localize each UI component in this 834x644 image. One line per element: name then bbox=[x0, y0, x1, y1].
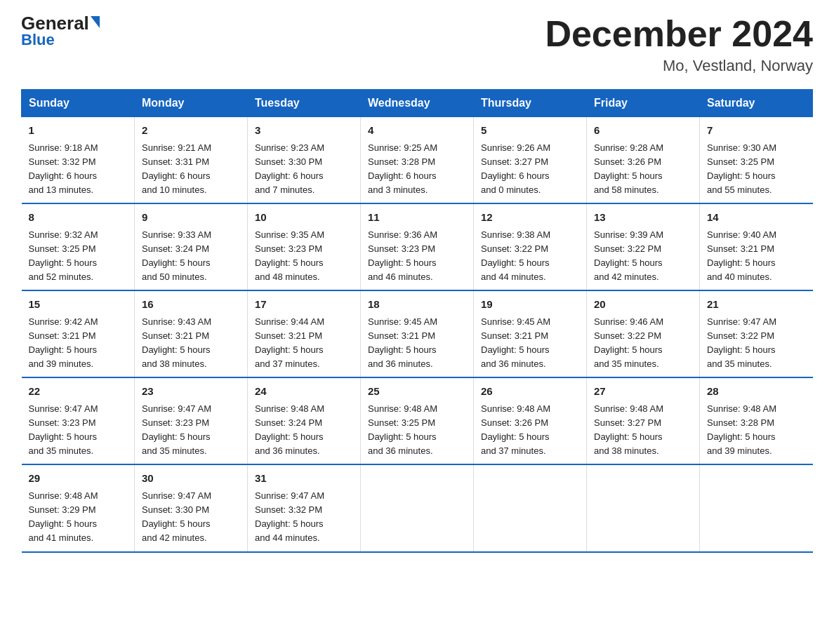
day-info: Sunrise: 9:36 AMSunset: 3:23 PMDaylight:… bbox=[368, 228, 466, 285]
day-number: 6 bbox=[594, 123, 692, 139]
calendar-cell: 10 Sunrise: 9:35 AMSunset: 3:23 PMDaylig… bbox=[248, 203, 361, 290]
calendar-cell: 15 Sunrise: 9:42 AMSunset: 3:21 PMDaylig… bbox=[22, 290, 135, 377]
day-number: 1 bbox=[29, 123, 128, 139]
calendar-cell: 17 Sunrise: 9:44 AMSunset: 3:21 PMDaylig… bbox=[248, 290, 361, 377]
calendar-cell: 6 Sunrise: 9:28 AMSunset: 3:26 PMDayligh… bbox=[587, 117, 700, 204]
calendar-cell: 7 Sunrise: 9:30 AMSunset: 3:25 PMDayligh… bbox=[700, 117, 813, 204]
day-info: Sunrise: 9:48 AMSunset: 3:29 PMDaylight:… bbox=[29, 489, 128, 546]
header-sunday: Sunday bbox=[22, 90, 135, 117]
calendar-cell bbox=[474, 464, 587, 551]
day-info: Sunrise: 9:48 AMSunset: 3:26 PMDaylight:… bbox=[481, 402, 579, 459]
day-number: 26 bbox=[481, 384, 579, 400]
calendar-cell: 29 Sunrise: 9:48 AMSunset: 3:29 PMDaylig… bbox=[22, 464, 135, 551]
calendar-week-4: 22 Sunrise: 9:47 AMSunset: 3:23 PMDaylig… bbox=[22, 377, 813, 464]
calendar-cell bbox=[361, 464, 474, 551]
logo-blue: Blue bbox=[21, 31, 55, 49]
calendar-week-5: 29 Sunrise: 9:48 AMSunset: 3:29 PMDaylig… bbox=[22, 464, 813, 551]
calendar-cell bbox=[587, 464, 700, 551]
day-number: 30 bbox=[142, 471, 240, 487]
day-number: 12 bbox=[481, 210, 579, 226]
day-info: Sunrise: 9:44 AMSunset: 3:21 PMDaylight:… bbox=[255, 315, 353, 372]
day-info: Sunrise: 9:21 AMSunset: 3:31 PMDaylight:… bbox=[142, 141, 240, 198]
day-info: Sunrise: 9:33 AMSunset: 3:24 PMDaylight:… bbox=[142, 228, 240, 285]
day-info: Sunrise: 9:48 AMSunset: 3:28 PMDaylight:… bbox=[707, 402, 806, 459]
day-number: 13 bbox=[594, 210, 692, 226]
day-number: 24 bbox=[255, 384, 353, 400]
day-info: Sunrise: 9:18 AMSunset: 3:32 PMDaylight:… bbox=[29, 141, 128, 198]
day-info: Sunrise: 9:48 AMSunset: 3:25 PMDaylight:… bbox=[368, 402, 466, 459]
day-info: Sunrise: 9:47 AMSunset: 3:22 PMDaylight:… bbox=[707, 315, 806, 372]
header-thursday: Thursday bbox=[474, 90, 587, 117]
header-tuesday: Tuesday bbox=[248, 90, 361, 117]
day-info: Sunrise: 9:46 AMSunset: 3:22 PMDaylight:… bbox=[594, 315, 692, 372]
header-wednesday: Wednesday bbox=[361, 90, 474, 117]
day-number: 21 bbox=[707, 297, 806, 313]
main-title: December 2024 bbox=[545, 14, 813, 54]
day-number: 28 bbox=[707, 384, 806, 400]
day-number: 4 bbox=[368, 123, 466, 139]
day-info: Sunrise: 9:43 AMSunset: 3:21 PMDaylight:… bbox=[142, 315, 240, 372]
day-number: 5 bbox=[481, 123, 579, 139]
calendar-cell: 21 Sunrise: 9:47 AMSunset: 3:22 PMDaylig… bbox=[700, 290, 813, 377]
day-info: Sunrise: 9:26 AMSunset: 3:27 PMDaylight:… bbox=[481, 141, 579, 198]
day-info: Sunrise: 9:47 AMSunset: 3:23 PMDaylight:… bbox=[142, 402, 240, 459]
calendar-week-3: 15 Sunrise: 9:42 AMSunset: 3:21 PMDaylig… bbox=[22, 290, 813, 377]
title-block: December 2024 Mo, Vestland, Norway bbox=[545, 14, 813, 75]
calendar-week-1: 1 Sunrise: 9:18 AMSunset: 3:32 PMDayligh… bbox=[22, 117, 813, 204]
header-friday: Friday bbox=[587, 90, 700, 117]
calendar-cell: 28 Sunrise: 9:48 AMSunset: 3:28 PMDaylig… bbox=[700, 377, 813, 464]
calendar-cell: 20 Sunrise: 9:46 AMSunset: 3:22 PMDaylig… bbox=[587, 290, 700, 377]
calendar-cell: 8 Sunrise: 9:32 AMSunset: 3:25 PMDayligh… bbox=[22, 203, 135, 290]
calendar-cell: 16 Sunrise: 9:43 AMSunset: 3:21 PMDaylig… bbox=[135, 290, 248, 377]
day-info: Sunrise: 9:28 AMSunset: 3:26 PMDaylight:… bbox=[594, 141, 692, 198]
calendar-table: Sunday Monday Tuesday Wednesday Thursday… bbox=[21, 89, 813, 552]
calendar-cell: 24 Sunrise: 9:48 AMSunset: 3:24 PMDaylig… bbox=[248, 377, 361, 464]
calendar-cell: 23 Sunrise: 9:47 AMSunset: 3:23 PMDaylig… bbox=[135, 377, 248, 464]
day-info: Sunrise: 9:40 AMSunset: 3:21 PMDaylight:… bbox=[707, 228, 806, 285]
day-info: Sunrise: 9:32 AMSunset: 3:25 PMDaylight:… bbox=[29, 228, 128, 285]
day-number: 22 bbox=[29, 384, 128, 400]
page-header: General Blue December 2024 Mo, Vestland,… bbox=[21, 14, 813, 75]
day-number: 23 bbox=[142, 384, 240, 400]
day-number: 31 bbox=[255, 471, 353, 487]
calendar-week-2: 8 Sunrise: 9:32 AMSunset: 3:25 PMDayligh… bbox=[22, 203, 813, 290]
calendar-cell: 31 Sunrise: 9:47 AMSunset: 3:32 PMDaylig… bbox=[248, 464, 361, 551]
day-info: Sunrise: 9:47 AMSunset: 3:23 PMDaylight:… bbox=[29, 402, 128, 459]
day-number: 15 bbox=[29, 297, 128, 313]
calendar-cell: 26 Sunrise: 9:48 AMSunset: 3:26 PMDaylig… bbox=[474, 377, 587, 464]
calendar-cell: 30 Sunrise: 9:47 AMSunset: 3:30 PMDaylig… bbox=[135, 464, 248, 551]
calendar-cell: 5 Sunrise: 9:26 AMSunset: 3:27 PMDayligh… bbox=[474, 117, 587, 204]
day-number: 10 bbox=[255, 210, 353, 226]
day-info: Sunrise: 9:39 AMSunset: 3:22 PMDaylight:… bbox=[594, 228, 692, 285]
calendar-cell: 1 Sunrise: 9:18 AMSunset: 3:32 PMDayligh… bbox=[22, 117, 135, 204]
day-number: 17 bbox=[255, 297, 353, 313]
calendar-cell: 9 Sunrise: 9:33 AMSunset: 3:24 PMDayligh… bbox=[135, 203, 248, 290]
day-number: 25 bbox=[368, 384, 466, 400]
calendar-cell: 2 Sunrise: 9:21 AMSunset: 3:31 PMDayligh… bbox=[135, 117, 248, 204]
day-number: 9 bbox=[142, 210, 240, 226]
day-number: 29 bbox=[29, 471, 128, 487]
day-info: Sunrise: 9:30 AMSunset: 3:25 PMDaylight:… bbox=[707, 141, 806, 198]
day-info: Sunrise: 9:25 AMSunset: 3:28 PMDaylight:… bbox=[368, 141, 466, 198]
day-info: Sunrise: 9:48 AMSunset: 3:24 PMDaylight:… bbox=[255, 402, 353, 459]
calendar-cell: 18 Sunrise: 9:45 AMSunset: 3:21 PMDaylig… bbox=[361, 290, 474, 377]
subtitle: Mo, Vestland, Norway bbox=[545, 57, 813, 75]
calendar-body: 1 Sunrise: 9:18 AMSunset: 3:32 PMDayligh… bbox=[22, 117, 813, 552]
header-saturday: Saturday bbox=[700, 90, 813, 117]
header-row: Sunday Monday Tuesday Wednesday Thursday… bbox=[22, 90, 813, 117]
header-monday: Monday bbox=[135, 90, 248, 117]
calendar-cell bbox=[700, 464, 813, 551]
day-number: 7 bbox=[707, 123, 806, 139]
calendar-cell: 13 Sunrise: 9:39 AMSunset: 3:22 PMDaylig… bbox=[587, 203, 700, 290]
logo-general: General bbox=[21, 14, 100, 32]
calendar-cell: 11 Sunrise: 9:36 AMSunset: 3:23 PMDaylig… bbox=[361, 203, 474, 290]
day-info: Sunrise: 9:23 AMSunset: 3:30 PMDaylight:… bbox=[255, 141, 353, 198]
day-info: Sunrise: 9:42 AMSunset: 3:21 PMDaylight:… bbox=[29, 315, 128, 372]
day-info: Sunrise: 9:45 AMSunset: 3:21 PMDaylight:… bbox=[481, 315, 579, 372]
day-number: 14 bbox=[707, 210, 806, 226]
calendar-cell: 4 Sunrise: 9:25 AMSunset: 3:28 PMDayligh… bbox=[361, 117, 474, 204]
day-info: Sunrise: 9:47 AMSunset: 3:32 PMDaylight:… bbox=[255, 489, 353, 546]
day-number: 20 bbox=[594, 297, 692, 313]
calendar-cell: 3 Sunrise: 9:23 AMSunset: 3:30 PMDayligh… bbox=[248, 117, 361, 204]
calendar-cell: 12 Sunrise: 9:38 AMSunset: 3:22 PMDaylig… bbox=[474, 203, 587, 290]
